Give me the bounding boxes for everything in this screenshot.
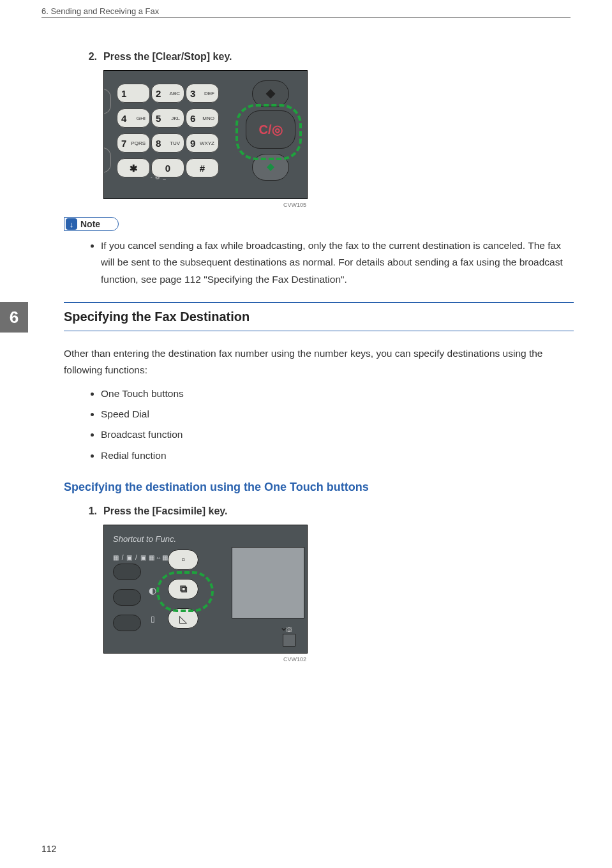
key-8[interactable]: 8TUV: [151, 133, 184, 153]
lcd-screen: [232, 547, 304, 618]
key-hash[interactable]: #: [186, 158, 219, 177]
note-header: ↓ Note: [64, 217, 119, 231]
figure-keypad-caption: CVW105: [103, 202, 306, 208]
shortcut-button-1[interactable]: [113, 564, 141, 580]
fax-icon: ⧉: [180, 583, 187, 595]
key-4[interactable]: 4GHI: [117, 108, 150, 128]
intro-paragraph: Other than entering the destination fax …: [64, 345, 574, 379]
note-item: If you cancel sending a fax while broadc…: [101, 237, 574, 288]
key-7[interactable]: 7PQRS: [117, 133, 150, 153]
lock-icon: ⦻: [285, 624, 294, 634]
step-2: 2. Press the [Clear/Stop] key.: [83, 51, 574, 63]
function-item: Broadcast function: [101, 426, 574, 443]
note-list: If you cancel sending a fax while broadc…: [64, 237, 574, 288]
key-1[interactable]: 1: [117, 84, 150, 103]
copy-icon: ▫: [181, 554, 185, 565]
section-heading: 6 Specifying the Fax Destination: [64, 302, 574, 331]
function-item: One Touch buttons: [101, 385, 574, 402]
scanner-key[interactable]: ◺: [168, 608, 198, 629]
key-2[interactable]: 2ABC: [151, 84, 184, 103]
svg-marker-1: [267, 163, 274, 171]
function-item: Speed Dial: [101, 406, 574, 423]
figure-panel-caption: CVW102: [103, 656, 306, 662]
chapter-tab: 6: [0, 302, 28, 333]
page-number: 112: [41, 844, 56, 854]
scan-icon: ◺: [179, 613, 187, 625]
note-label: Note: [80, 219, 100, 229]
shortcut-button-2[interactable]: [113, 589, 141, 606]
key-0-sublabel: - @ _: [151, 174, 167, 180]
start-diamond-icon: [265, 162, 276, 172]
start-key[interactable]: [252, 154, 289, 181]
figure-keypad: 1 2ABC 3DEF 4GHI 5JKL 6MNO 7PQRS 8TUV 9W…: [103, 70, 574, 199]
function-item: Redial function: [101, 447, 574, 464]
key-5[interactable]: 5JKL: [151, 108, 184, 128]
id-copy-icon-row: ▦ / ▣ / ▣ ▦↔▦: [113, 554, 168, 561]
subheading: Specifying the destination using the One…: [64, 481, 574, 494]
paper-icon: ▯: [146, 615, 159, 624]
running-head: 6. Sending and Receiving a Fax: [41, 6, 571, 18]
section-title: Specifying the Fax Destination: [64, 310, 574, 324]
function-list: One Touch buttons Speed Dial Broadcast f…: [64, 385, 574, 464]
numeric-keypad: 1 2ABC 3DEF 4GHI 5JKL 6MNO 7PQRS 8TUV 9W…: [117, 84, 219, 177]
panel-edge-tab: [103, 147, 111, 173]
clear-stop-key[interactable]: C/◎: [246, 110, 295, 149]
key-3[interactable]: 3DEF: [186, 84, 219, 103]
figure-control-panel: Shortcut to Func. ▦ / ▣ / ▣ ▦↔▦ ◐ ▯ ▫ ⧉ …: [103, 525, 574, 654]
step-1-text: Press the [Facsimile] key.: [103, 505, 227, 517]
clear-stop-label: C/◎: [259, 122, 283, 137]
density-icon: ◐: [146, 585, 159, 595]
facsimile-key[interactable]: ⧉: [168, 579, 198, 599]
key-6[interactable]: 6MNO: [186, 108, 219, 128]
note-down-arrow-icon: ↓: [66, 218, 77, 230]
panel-edge-tab: [103, 89, 111, 114]
step-2-text: Press the [Clear/Stop] key.: [103, 51, 232, 63]
shortcut-button-3[interactable]: [113, 615, 141, 631]
shortcut-label: Shortcut to Func.: [113, 534, 176, 544]
step-1: 1. Press the [Facsimile] key.: [83, 505, 574, 517]
key-9[interactable]: 9WXYZ: [186, 133, 219, 153]
indicator-light: [283, 634, 295, 647]
step-1-num: 1.: [83, 505, 97, 517]
key-star[interactable]: ✱: [117, 158, 150, 177]
svg-marker-0: [266, 89, 276, 99]
step-2-num: 2.: [83, 51, 97, 63]
copy-key[interactable]: ▫: [168, 550, 198, 570]
stop-key-icon[interactable]: [252, 80, 289, 107]
diamond-icon: [265, 88, 276, 100]
